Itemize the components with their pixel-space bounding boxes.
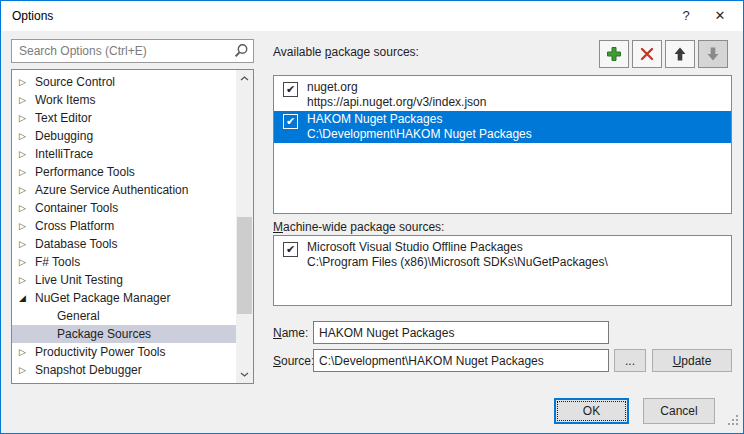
down-arrow-icon <box>705 46 721 62</box>
package-source-url: C:\Development\HAKOM Nuget Packages <box>307 127 532 142</box>
package-source-item-vs-offline[interactable]: Microsoft Visual Studio Offline Packages… <box>274 239 731 271</box>
help-button[interactable]: ? <box>669 1 703 31</box>
collapsed-triangle-icon <box>19 91 35 109</box>
tree-item-azure-service-authentication[interactable]: Azure Service Authentication <box>12 181 236 199</box>
collapsed-triangle-icon <box>19 163 35 181</box>
collapsed-triangle-icon <box>19 361 35 379</box>
tree-item-database-tools[interactable]: Database Tools <box>12 235 236 253</box>
collapsed-triangle-icon <box>19 199 35 217</box>
tree-item-text-editor[interactable]: Text Editor <box>12 109 236 127</box>
source-label: Source: <box>273 354 314 368</box>
dialog-title: Options <box>12 9 53 23</box>
options-tree: Source Control Work Items Text Editor De… <box>11 69 254 384</box>
package-source-url: https://api.nuget.org/v3/index.json <box>307 95 486 110</box>
available-sources-list: nuget.org https://api.nuget.org/v3/index… <box>273 75 732 214</box>
tree-item-source-control[interactable]: Source Control <box>12 73 236 91</box>
collapsed-triangle-icon <box>19 253 35 271</box>
cancel-button[interactable]: Cancel <box>643 398 715 424</box>
machine-wide-sources-list: Microsoft Visual Studio Offline Packages… <box>273 235 732 306</box>
tree-item-work-items[interactable]: Work Items <box>12 91 236 109</box>
package-source-item-hakom[interactable]: HAKOM Nuget Packages C:\Development\HAKO… <box>274 111 731 143</box>
checkbox-checked-icon[interactable] <box>283 242 298 257</box>
tree-item-container-tools[interactable]: Container Tools <box>12 199 236 217</box>
tree-item-sql-server-tools[interactable]: SQL Server Tools <box>12 379 236 384</box>
package-source-item-nuget-org[interactable]: nuget.org https://api.nuget.org/v3/index… <box>274 79 731 111</box>
tree-item-fsharp-tools[interactable]: F# Tools <box>12 253 236 271</box>
options-dialog: Options ? ✕ Source Control Work Items Te… <box>0 0 744 434</box>
tree-scrollbar[interactable] <box>236 70 253 383</box>
package-source-name: nuget.org <box>307 80 486 95</box>
update-button[interactable]: Update <box>652 349 732 372</box>
tree-item-general[interactable]: General <box>12 307 236 325</box>
move-down-button[interactable] <box>698 40 728 68</box>
tree-item-debugging[interactable]: Debugging <box>12 127 236 145</box>
collapsed-triangle-icon <box>19 379 35 384</box>
scroll-up-icon[interactable] <box>236 70 253 87</box>
titlebar: Options ? ✕ <box>1 1 743 31</box>
search-input[interactable] <box>11 39 254 63</box>
tree-item-package-sources[interactable]: Package Sources <box>12 325 236 343</box>
checkbox-checked-icon[interactable] <box>283 82 298 97</box>
collapsed-triangle-icon <box>19 109 35 127</box>
available-sources-label: Available package sources: <box>273 45 419 59</box>
package-source-toolbar <box>599 40 728 68</box>
tree-item-productivity-power-tools[interactable]: Productivity Power Tools <box>12 343 236 361</box>
collapsed-triangle-icon <box>19 181 35 199</box>
tree-item-intellitrace[interactable]: IntelliTrace <box>12 145 236 163</box>
tree-item-nuget-package-manager[interactable]: NuGet Package Manager <box>12 289 236 307</box>
remove-source-button[interactable] <box>632 40 662 68</box>
package-source-url: C:\Program Files (x86)\Microsoft SDKs\Nu… <box>307 255 608 270</box>
name-field[interactable] <box>313 321 609 344</box>
search-box <box>11 39 254 63</box>
browse-button[interactable]: ... <box>614 349 646 372</box>
name-label: Name: <box>273 326 308 340</box>
collapsed-triangle-icon <box>19 127 35 145</box>
collapsed-triangle-icon <box>19 343 35 361</box>
plus-icon <box>606 46 622 62</box>
checkbox-checked-icon[interactable] <box>283 114 298 129</box>
red-x-icon <box>639 46 655 62</box>
help-icon: ? <box>682 8 689 23</box>
ok-button[interactable]: OK <box>554 398 629 424</box>
tree-item-cross-platform[interactable]: Cross Platform <box>12 217 236 235</box>
collapsed-triangle-icon <box>19 217 35 235</box>
package-source-name: HAKOM Nuget Packages <box>307 112 532 127</box>
add-source-button[interactable] <box>599 40 629 68</box>
resize-grip-icon[interactable] <box>726 413 739 429</box>
collapsed-triangle-icon <box>19 271 35 289</box>
scroll-down-icon[interactable] <box>236 366 253 383</box>
move-up-button[interactable] <box>665 40 695 68</box>
scrollbar-thumb[interactable] <box>237 217 252 314</box>
tree-item-performance-tools[interactable]: Performance Tools <box>12 163 236 181</box>
source-field[interactable] <box>313 349 609 372</box>
collapsed-triangle-icon <box>19 235 35 253</box>
close-icon: ✕ <box>715 8 726 23</box>
collapsed-triangle-icon <box>19 145 35 163</box>
machine-wide-sources-label: Machine-wide package sources: <box>273 220 444 234</box>
tree-item-snapshot-debugger[interactable]: Snapshot Debugger <box>12 361 236 379</box>
tree-item-live-unit-testing[interactable]: Live Unit Testing <box>12 271 236 289</box>
up-arrow-icon <box>672 46 688 62</box>
close-button[interactable]: ✕ <box>703 1 737 31</box>
expanded-triangle-icon <box>19 289 35 307</box>
search-icon[interactable] <box>233 43 249 59</box>
collapsed-triangle-icon <box>19 73 35 91</box>
package-source-name: Microsoft Visual Studio Offline Packages <box>307 240 608 255</box>
